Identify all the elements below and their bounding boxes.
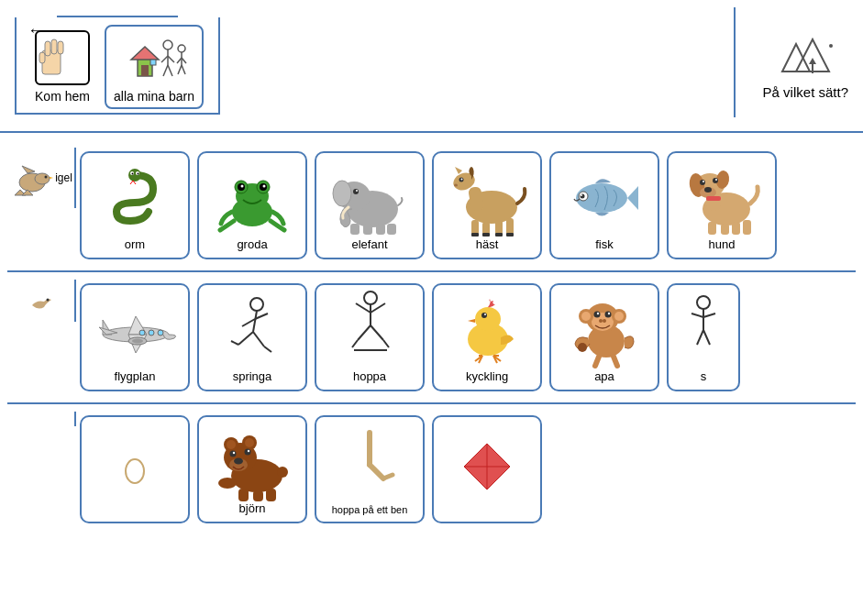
card-hoppa-img: [316, 285, 423, 369]
card-kite[interactable]: [432, 415, 542, 523]
svg-rect-66: [495, 220, 503, 235]
svg-point-50: [333, 181, 351, 206]
card-s-img: [669, 285, 738, 369]
svg-point-158: [227, 440, 236, 449]
card-bjorn[interactable]: björn: [197, 415, 307, 523]
svg-line-19: [178, 65, 182, 74]
s-svg: [680, 293, 726, 362]
svg-point-33: [128, 169, 141, 182]
card-fisk-label: fisk: [595, 237, 614, 252]
card-hast-label: häst: [476, 237, 499, 252]
small-bird-icon: [28, 287, 55, 314]
svg-point-23: [829, 44, 833, 48]
card-groda-img: [199, 153, 305, 237]
svg-rect-7: [141, 65, 149, 76]
svg-point-165: [233, 452, 235, 454]
svg-line-11: [161, 56, 168, 62]
card-hast[interactable]: häst: [432, 151, 542, 259]
grid-row-3: björn hoppa på ett ben: [7, 404, 856, 534]
svg-point-142: [608, 313, 610, 314]
svg-point-100: [149, 330, 154, 336]
svg-point-139: [594, 312, 601, 318]
svg-point-46: [241, 184, 244, 187]
card-elefant[interactable]: elefant: [315, 151, 425, 259]
hast-svg: [446, 161, 528, 230]
nav-alla-mina-barn[interactable]: alla mina barn: [105, 25, 204, 109]
svg-point-160: [245, 438, 254, 447]
card-hoppa-label: hoppa: [353, 369, 386, 384]
svg-line-12: [168, 56, 174, 62]
card-empty1-img: [82, 417, 188, 516]
house-people-icon: [117, 30, 191, 85]
svg-line-150: [692, 314, 703, 317]
svg-marker-25: [809, 58, 816, 64]
svg-marker-60: [455, 167, 462, 174]
svg-line-38: [130, 181, 133, 184]
svg-point-52: [356, 190, 358, 192]
svg-point-62: [461, 178, 463, 180]
bird-icon: [9, 155, 55, 201]
kite-svg: [455, 434, 519, 499]
apa-svg: [568, 291, 641, 364]
svg-rect-88: [706, 196, 721, 201]
svg-point-144: [603, 319, 606, 323]
svg-point-76: [581, 194, 582, 196]
card-empty1[interactable]: [80, 415, 190, 523]
svg-line-106: [242, 319, 255, 326]
svg-rect-55: [376, 224, 385, 235]
svg-point-170: [277, 467, 288, 478]
card-springa-img: [199, 285, 305, 369]
card-elefant-label: elefant: [351, 237, 387, 252]
svg-point-104: [250, 298, 263, 311]
card-hoppa[interactable]: hoppa: [315, 283, 425, 391]
hoppa-pa-ett-ben-svg: [337, 424, 402, 497]
svg-point-15: [178, 45, 185, 52]
card-hund-img: [669, 153, 775, 237]
svg-point-103: [132, 339, 143, 344]
card-kyckling[interactable]: kyckling: [432, 283, 542, 391]
back-arrow-icon: ←: [28, 21, 44, 40]
svg-point-164: [245, 449, 251, 456]
card-flygplan[interactable]: flygplan: [80, 283, 190, 391]
svg-rect-69: [482, 233, 490, 236]
card-bjorn-label: björn: [239, 501, 266, 516]
svg-point-143: [599, 319, 603, 323]
svg-rect-4: [39, 52, 45, 63]
card-fisk[interactable]: fisk: [549, 151, 659, 259]
card-kite-img: [434, 417, 540, 516]
egg-svg: [107, 439, 162, 494]
svg-line-153: [703, 330, 710, 345]
svg-point-124: [481, 313, 487, 318]
card-hund[interactable]: hund: [667, 151, 777, 259]
right-section-label: På vilket sätt?: [763, 84, 848, 100]
svg-rect-53: [350, 224, 360, 235]
svg-point-166: [248, 450, 249, 452]
card-groda-label: groda: [237, 237, 267, 252]
card-hoppa-pa-ett-ben[interactable]: hoppa på ett ben: [315, 415, 425, 523]
svg-point-51: [353, 189, 359, 194]
svg-line-119: [352, 340, 358, 347]
svg-point-93: [46, 299, 49, 302]
svg-marker-73: [627, 186, 638, 210]
svg-point-47: [263, 184, 266, 187]
card-springa[interactable]: springa: [197, 283, 307, 391]
svg-rect-70: [495, 233, 503, 236]
card-s[interactable]: s: [667, 283, 740, 391]
card-orm[interactable]: orm: [80, 151, 190, 259]
svg-point-140: [605, 312, 612, 318]
svg-rect-90: [721, 224, 729, 235]
elefant-svg: [328, 161, 411, 230]
svg-marker-123: [468, 319, 475, 323]
card-kyckling-img: [434, 285, 540, 369]
fisk-svg: [563, 166, 646, 226]
svg-rect-167: [238, 489, 249, 501]
svg-point-112: [364, 292, 377, 304]
svg-rect-169: [266, 489, 276, 501]
svg-line-146: [614, 357, 617, 366]
svg-line-120: [383, 340, 389, 347]
card-groda[interactable]: groda: [197, 151, 307, 259]
card-apa[interactable]: apa: [549, 283, 659, 391]
svg-point-83: [704, 187, 712, 192]
pa-vilket-satt-icon: [778, 26, 833, 81]
svg-rect-8: [150, 60, 156, 65]
